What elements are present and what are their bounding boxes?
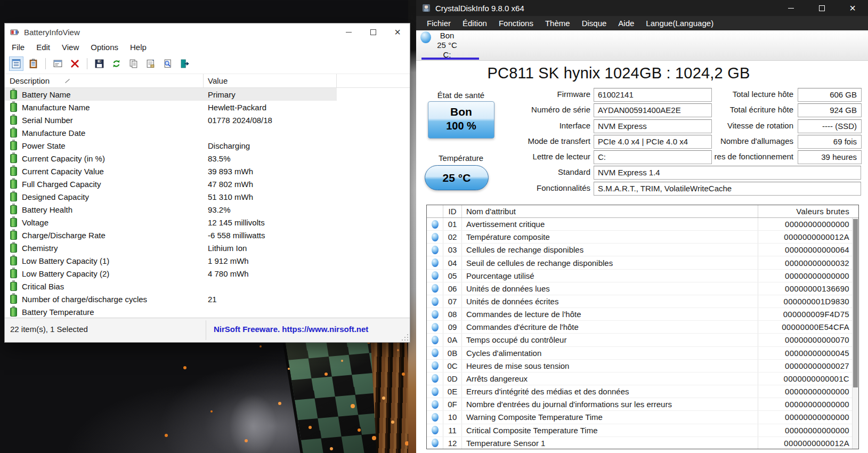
find-icon: [163, 59, 173, 69]
drive-tab[interactable]: Bon 25 °C C:: [426, 31, 468, 60]
list-header: Description Value: [5, 74, 410, 88]
header-raw-values[interactable]: Valeurs brutes: [758, 205, 853, 217]
title-bar[interactable]: BatteryInfoView ×: [5, 23, 410, 41]
smart-row[interactable]: 0ATemps occupé du contrôleur000000000000…: [427, 334, 858, 346]
column-header-description[interactable]: Description: [5, 74, 204, 87]
smart-row[interactable]: 06Unités de données lues00000000136690: [427, 282, 858, 295]
battery-icon: [10, 90, 17, 99]
status-orb-icon: [432, 387, 439, 396]
list-item[interactable]: Battery Health93.2%: [5, 203, 337, 216]
smart-id: 01: [443, 218, 462, 230]
smart-row[interactable]: 11Critical Composite Temperature Time000…: [427, 424, 858, 437]
list-item[interactable]: Full Charged Capacity47 802 mWh: [5, 177, 337, 190]
smart-row[interactable]: 07Unités de données écrites000000001D983…: [427, 295, 858, 308]
status-orb-icon: [432, 374, 439, 383]
smart-row[interactable]: 03Cellules de rechange disponibles000000…: [427, 244, 858, 256]
refresh-button[interactable]: [109, 56, 124, 71]
smart-row[interactable]: 05Pourcentage utilisé00000000000000: [427, 270, 858, 282]
list-item[interactable]: Battery Temperature: [5, 305, 337, 318]
close-icon: ×: [849, 3, 856, 13]
maximize-button[interactable]: [361, 23, 385, 41]
menu-item-help[interactable]: Help: [124, 43, 152, 52]
list-item[interactable]: Power StateDischarging: [5, 139, 337, 152]
exit-icon: [180, 59, 190, 69]
smart-raw-value: 000000001D9830: [758, 295, 853, 308]
header-id[interactable]: ID: [443, 205, 462, 217]
smart-row[interactable]: 0FNombre d'entrées du journal d'informat…: [427, 398, 858, 411]
list-item-value: Discharging: [208, 141, 250, 150]
menu-item-view[interactable]: View: [56, 43, 85, 52]
maximize-button[interactable]: [806, 0, 837, 16]
list-item[interactable]: Manufacture Date: [5, 126, 337, 139]
app-crystaldiskinfo-icon: [422, 4, 431, 12]
smart-raw-value: 00000000000000: [758, 411, 853, 423]
menu-item-theme[interactable]: Thème: [539, 19, 576, 28]
battery-icon: [10, 116, 17, 125]
list-item-value: 39 893 mWh: [208, 167, 253, 176]
delete-button[interactable]: [68, 56, 82, 71]
smart-row[interactable]: 10Warning Composite Temperature Time0000…: [427, 411, 858, 424]
list-item[interactable]: Number of charge/discharge cycles21: [5, 293, 337, 305]
close-button[interactable]: ×: [837, 0, 868, 16]
smart-row[interactable]: 04Seuil de cellules de rechange disponib…: [427, 256, 858, 269]
minimize-button[interactable]: [336, 23, 361, 41]
nirsoft-link[interactable]: NirSoft Freeware. https://www.nirsoft.ne…: [214, 325, 368, 334]
header-attribute-name[interactable]: Nom d'attribut: [462, 205, 758, 217]
title-bar[interactable]: CrystalDiskInfo 9.8.0 x64 ×: [416, 0, 868, 16]
list-item[interactable]: Designed Capacity51 310 mWh: [5, 190, 337, 203]
list-item[interactable]: Serial Number01778 2024/08/18: [5, 114, 337, 126]
smart-row[interactable]: 0DArrêts dangereux0000000000001C: [427, 373, 858, 385]
smart-row[interactable]: 0EErreurs d'intégrité des médias et des …: [427, 385, 858, 398]
smart-row[interactable]: 01Avertissement critique00000000000000: [427, 218, 858, 231]
smart-raw-value: 00000000000000: [758, 270, 853, 282]
properties-window-icon: [53, 59, 63, 69]
status-orb-icon: [432, 246, 439, 254]
menu-item-aide[interactable]: Aide: [612, 19, 640, 28]
copy-button[interactable]: [126, 56, 141, 71]
menu-item-file[interactable]: File: [6, 43, 30, 52]
smart-row[interactable]: 08Commandes de lecture de l'hôte00000000…: [427, 308, 858, 321]
menu-item-fichier[interactable]: Fichier: [421, 19, 457, 28]
menu-item-disque[interactable]: Disque: [576, 19, 613, 28]
minimize-button[interactable]: [775, 0, 806, 16]
smart-raw-value: 0000000000012A: [758, 231, 853, 243]
properties-button[interactable]: [143, 56, 158, 71]
smart-row[interactable]: 12Temperature Sensor 10000000000012A: [427, 437, 858, 449]
list-item[interactable]: Critical Bias: [5, 280, 337, 293]
smart-row[interactable]: 09Commandes d'écriture de l'hôte00000000…: [427, 321, 858, 334]
list-item[interactable]: ChemistryLithium Ion: [5, 241, 337, 254]
menu-item-langue-language[interactable]: Langue(Language): [640, 19, 719, 28]
list-item-label: Number of charge/discharge cycles: [22, 295, 147, 304]
list-item[interactable]: Low Battery Capacity (1)1 912 mWh: [5, 254, 337, 267]
resize-grip[interactable]: [407, 339, 408, 341]
list-item[interactable]: Manufacture NameHewlett-Packard: [5, 101, 337, 114]
field-row-total-lecture-hote: Total lecture hôte606 GB: [416, 88, 868, 103]
clipboard-button[interactable]: [26, 56, 40, 71]
close-button[interactable]: ×: [385, 23, 410, 41]
list-item-value: 12 145 millivolts: [208, 218, 265, 227]
table-scrollbar[interactable]: [852, 218, 858, 449]
smart-row[interactable]: 0BCycles d'alimentation00000000000045: [427, 347, 858, 360]
field-row-total-ecriture-hote: Total écriture hôte924 GB: [416, 103, 868, 119]
list-item[interactable]: Charge/Discharge Rate-6 558 milliwatts: [5, 229, 337, 241]
menu-item-edition[interactable]: Édition: [457, 19, 493, 28]
list-item[interactable]: Low Battery Capacity (2)4 780 mWh: [5, 267, 337, 280]
list-item[interactable]: Voltage12 145 millivolts: [5, 216, 337, 229]
list-item[interactable]: Battery NamePrimary: [5, 88, 337, 101]
smart-raw-value: 0000000000012A: [758, 437, 853, 449]
report-view-button[interactable]: [9, 56, 23, 71]
save-button[interactable]: [92, 56, 107, 71]
properties-window-button[interactable]: [51, 56, 65, 71]
field-label: Nombre d'allumages: [720, 136, 793, 145]
smart-row[interactable]: 02Température composite0000000000012A: [427, 231, 858, 244]
menu-item-edit[interactable]: Edit: [30, 43, 56, 52]
list-item[interactable]: Current Capacity (in %)83.5%: [5, 152, 337, 165]
list-item[interactable]: Current Capacity Value39 893 mWh: [5, 165, 337, 177]
scrollbar-thumb[interactable]: [853, 219, 858, 387]
exit-button[interactable]: [177, 56, 192, 71]
smart-row[interactable]: 0CHeures de mise sous tension00000000000…: [427, 360, 858, 373]
column-header-value[interactable]: Value: [204, 74, 337, 87]
find-button[interactable]: [160, 56, 175, 71]
menu-item-options[interactable]: Options: [85, 43, 124, 52]
menu-item-fonctions[interactable]: Fonctions: [493, 19, 539, 28]
